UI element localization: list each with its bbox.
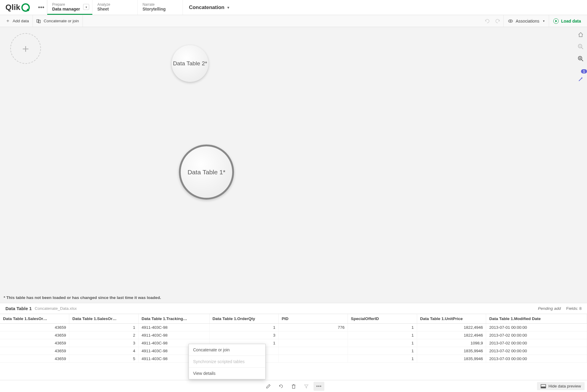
table-cell: 1 <box>348 324 417 331</box>
table-cell: 43659 <box>0 339 69 347</box>
wand-button[interactable]: 1 <box>576 75 585 84</box>
preview-header: Data Table 1 Concatenate_Data.xlsx Pendi… <box>0 303 587 314</box>
table-cell: 43659 <box>0 355 69 363</box>
bubble-1-label: Data Table 1* <box>188 169 226 176</box>
svg-point-3 <box>510 20 511 22</box>
menu-concatenate-join[interactable]: Concatenate or join <box>189 344 265 356</box>
add-data-label: Add data <box>13 19 29 23</box>
table-cell: 1 <box>348 339 417 347</box>
load-data-button[interactable]: Load data <box>549 15 585 27</box>
table-row[interactable]: 4365954911-403C-9811835,99462013-07-03 0… <box>0 355 587 363</box>
load-data-label: Load data <box>561 19 581 23</box>
table-cell <box>279 355 348 363</box>
table-cell: 2 <box>69 331 139 339</box>
table-cell <box>279 331 348 339</box>
column-header[interactable]: Data Table 1.SalesOr… <box>0 314 69 324</box>
concat-join-label: Concatenate or join <box>44 19 79 23</box>
table-cell: 1835,9946 <box>417 347 486 355</box>
home-icon[interactable] <box>576 30 585 39</box>
global-more-button[interactable]: ••• <box>35 0 47 15</box>
column-header[interactable]: Data Table 1.Tracking… <box>138 314 209 324</box>
chevron-down-icon: ▾ <box>227 5 229 10</box>
wand-badge-count: 1 <box>581 69 587 73</box>
preview-file-name: Concatenate_Data.xlsx <box>35 306 77 311</box>
bubble-2-label: Data Table 2* <box>173 60 207 67</box>
table-cell: 4911-403C-98 <box>138 324 209 331</box>
top-bar: Qlik ••• Prepare Data manager ▾ Analyze … <box>0 0 587 15</box>
logo: Qlik <box>0 0 35 15</box>
table-cell: 5 <box>69 355 139 363</box>
table-cell <box>279 339 348 347</box>
table-bubble-2[interactable]: Data Table 2* <box>172 45 208 82</box>
add-bubble-button[interactable]: ＋ <box>10 33 41 64</box>
fields-count-label: Fields: 8 <box>566 306 582 311</box>
play-icon <box>553 18 559 24</box>
table-cell: 43659 <box>0 347 69 355</box>
table-cell: 1835,9946 <box>417 355 486 363</box>
add-data-button[interactable]: ＋ Add data <box>2 15 33 27</box>
undo-button[interactable] <box>482 15 492 27</box>
svg-point-2 <box>508 20 513 22</box>
associations-button[interactable]: Associations ▾ <box>503 15 549 27</box>
table-cell: 1822,4946 <box>417 331 486 339</box>
column-header[interactable]: SpecialOfferID <box>348 314 417 324</box>
concat-icon <box>36 19 41 23</box>
table-cell: 1 <box>348 347 417 355</box>
table-cell: 2013-07-03 00:00:00 <box>486 355 587 363</box>
chevron-down-icon[interactable]: ▾ <box>83 4 89 10</box>
plus-icon: ＋ <box>5 18 10 24</box>
table-cell: 4911-403C-98 <box>138 331 209 339</box>
nav-narrate[interactable]: Narrate Storytelling <box>138 0 183 15</box>
nav-narrate-sub: Narrate <box>142 2 178 7</box>
table-cell: 4 <box>69 347 139 355</box>
zoom-in-icon[interactable] <box>576 54 585 63</box>
nav-analyze[interactable]: Analyze Sheet <box>92 0 138 15</box>
data-preview-table: Data Table 1.SalesOr…Data Table 1.SalesO… <box>0 314 587 379</box>
table-row[interactable]: 4365924911-403C-98311822,49462013-07-02 … <box>0 331 587 339</box>
table-cell: 2013-07-01 00:00:00 <box>486 324 587 331</box>
nav-prepare[interactable]: Prepare Data manager ▾ <box>47 0 92 15</box>
table-cell: 2013-07-02 00:00:00 <box>486 339 587 347</box>
svg-line-11 <box>579 78 582 81</box>
app-name-label: Concatenation <box>189 5 224 11</box>
menu-view-details[interactable]: View details <box>189 368 265 379</box>
table-cell: 3 <box>69 339 139 347</box>
menu-synchronize-scripted: Synchronize scripted tables <box>189 356 265 368</box>
table-cell: 776 <box>279 324 348 331</box>
table-row[interactable]: 4365934911-403C-98111098,92013-07-02 00:… <box>0 339 587 347</box>
pending-add-label: Pending add <box>538 306 561 311</box>
canvas[interactable]: ＋ Data Table 2* Data Table 1* * This tab… <box>0 27 587 303</box>
logo-q-icon <box>21 3 30 12</box>
table-cell: 1 <box>348 331 417 339</box>
table-cell: 1 <box>348 355 417 363</box>
side-tools: 1 <box>576 30 585 84</box>
app-name-dropdown[interactable]: Concatenation ▾ <box>183 0 235 15</box>
column-header[interactable]: Data Table 1.SalesOr… <box>69 314 139 324</box>
table-cell: 43659 <box>0 324 69 331</box>
eye-icon <box>508 18 513 24</box>
redo-button[interactable] <box>492 15 503 27</box>
column-header[interactable]: Data Table 1.UnitPrice <box>417 314 486 324</box>
nav-narrate-main: Storytelling <box>142 7 178 11</box>
preview-table-name: Data Table 1 <box>5 306 32 311</box>
table-row[interactable]: 4365914911-403C-98177611822,49462013-07-… <box>0 324 587 331</box>
associations-label: Associations <box>516 19 539 23</box>
chevron-down-icon: ▾ <box>543 19 545 23</box>
table-row[interactable]: 4365944911-403C-9811835,99462013-07-02 0… <box>0 347 587 355</box>
column-header[interactable]: Data Table 1.Modified Date <box>486 314 587 324</box>
zoom-out-icon[interactable] <box>576 42 585 51</box>
nav-analyze-sub: Analyze <box>97 2 133 7</box>
nav-analyze-main: Sheet <box>97 7 133 11</box>
svg-line-6 <box>582 48 583 49</box>
table-cell: 1098,9 <box>417 339 486 347</box>
table-cell: 1 <box>209 324 279 331</box>
table-cell: 3 <box>209 331 279 339</box>
table-cell <box>279 347 348 355</box>
concatenate-join-button[interactable]: Concatenate or join <box>33 15 83 27</box>
column-header[interactable]: Data Table 1.OrderQty <box>209 314 279 324</box>
canvas-footnote: * This table has not been loaded or has … <box>4 295 161 300</box>
nav-prepare-main: Data manager <box>52 7 87 11</box>
table-bubble-1[interactable]: Data Table 1* <box>179 145 234 200</box>
context-menu: Concatenate or join Synchronize scripted… <box>189 344 266 379</box>
column-header[interactable]: PID <box>279 314 348 324</box>
